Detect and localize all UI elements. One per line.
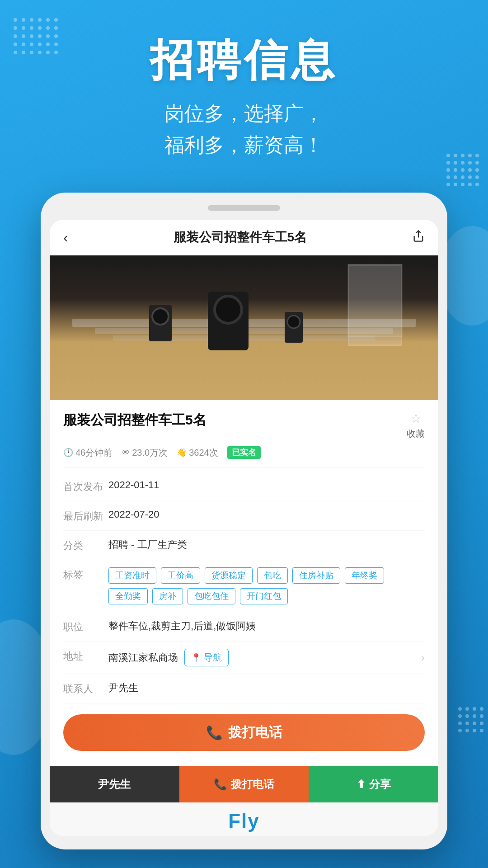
call-button-label: 拨打电话 (228, 723, 282, 742)
applies-meta: 👋 3624次 (177, 447, 218, 459)
first-publish-row: 首次发布 2022-01-11 (63, 472, 425, 501)
contact-label: 联系人 (63, 681, 108, 696)
position-value: 整件车位,裁剪主刀,后道,做饭阿姨 (108, 619, 425, 633)
bookmark-label: 收藏 (407, 428, 425, 440)
tag-item: 房补 (152, 588, 183, 604)
meta-row: 🕐 46分钟前 👁 23.0万次 👋 3624次 已实名 (63, 446, 425, 459)
chevron-right-icon: › (421, 651, 425, 664)
address-row-inner: 南溪江家私商场 📍 导航 › (108, 649, 425, 666)
tag-item: 包吃 (257, 567, 288, 584)
first-publish-label: 首次发布 (63, 479, 108, 494)
tag-item: 年终奖 (345, 567, 384, 584)
job-image (50, 255, 438, 400)
navbar-title: 服装公司招整件车工5名 (68, 229, 412, 246)
subtitle-line1: 岗位多，选择广， (164, 102, 324, 124)
category-label: 分类 (63, 538, 108, 552)
navigation-button[interactable]: 📍 导航 (184, 649, 229, 666)
first-publish-value: 2022-01-11 (108, 479, 425, 491)
tags-container: 工资准时工价高货源稳定包吃住房补贴年终奖全勤奖房补包吃包住开门红包 (108, 567, 425, 604)
nav-btn-label: 导航 (204, 651, 222, 664)
clock-icon: 🕐 (63, 448, 73, 458)
tag-item: 包吃包住 (188, 588, 235, 604)
user-tab-label: 尹先生 (98, 777, 131, 792)
tags-row: 标签 工资准时工价高货源稳定包吃住房补贴年终奖全勤奖房补包吃包住开门红包 (63, 560, 425, 612)
verified-badge: 已实名 (227, 446, 261, 459)
phone-mockup: ‹ 服装公司招整件车工5名 (41, 193, 447, 849)
applies-count: 3624次 (189, 447, 218, 459)
subtitle-line2: 福利多，薪资高！ (164, 134, 324, 156)
main-title: 招聘信息 (27, 36, 461, 84)
views-meta: 👁 23.0万次 (122, 447, 168, 459)
views-count: 23.0万次 (132, 447, 168, 459)
svg-point-12 (215, 296, 242, 323)
phone-wrapper: ‹ 服装公司招整件车工5名 (0, 193, 488, 849)
subtitle: 岗位多，选择广， 福利多，薪资高！ (27, 98, 461, 161)
tag-item: 全勤奖 (108, 588, 148, 604)
hand-icon: 👋 (177, 448, 187, 458)
bookmark-area[interactable]: ☆ 收藏 (407, 411, 425, 440)
bottom-bar: 尹先生 📞 拨打电话 ⬆ 分享 (50, 766, 438, 802)
app-screen: ‹ 服装公司招整件车工5名 (50, 220, 438, 836)
app-navbar: ‹ 服装公司招整件车工5名 (50, 220, 438, 255)
app-name: Fly (50, 810, 438, 832)
svg-point-6 (152, 308, 169, 325)
phone-notch (208, 205, 280, 211)
job-title: 服装公司招整件车工5名 (63, 411, 407, 429)
address-value: 南溪江家私商场 (108, 651, 178, 665)
map-pin-icon: 📍 (191, 653, 201, 663)
share-icon[interactable] (412, 230, 425, 245)
share-tab[interactable]: ⬆ 分享 (309, 766, 438, 802)
category-value: 招聘 - 工厂生产类 (108, 538, 425, 552)
tag-item: 工价高 (161, 567, 200, 584)
share-tab-icon: ⬆ (357, 778, 366, 791)
factory-scene (50, 255, 438, 400)
header-section: 招聘信息 岗位多，选择广， 福利多，薪资高！ (0, 0, 488, 184)
eye-icon: 👁 (122, 448, 130, 458)
back-button[interactable]: ‹ (63, 229, 68, 246)
position-label: 职位 (63, 619, 108, 634)
contact-value: 尹先生 (108, 681, 425, 695)
info-table: 首次发布 2022-01-11 最后刷新 2022-07-20 分类 招聘 - … (63, 472, 425, 703)
address-label: 地址 (63, 649, 108, 663)
time-ago: 46分钟前 (75, 447, 113, 459)
tag-item: 住房补贴 (292, 567, 340, 584)
last-refresh-label: 最后刷新 (63, 509, 108, 523)
tags-label: 标签 (63, 567, 108, 582)
svg-point-10 (287, 316, 300, 328)
last-refresh-value: 2022-07-20 (108, 509, 425, 520)
divider-1 (63, 467, 425, 467)
app-footer: Fly (50, 802, 438, 836)
contact-row: 联系人 尹先生 (63, 674, 425, 703)
tag-item: 开门红包 (240, 588, 288, 604)
tag-item: 货源稳定 (205, 567, 253, 584)
svg-rect-1 (50, 346, 438, 400)
time-meta: 🕐 46分钟前 (63, 447, 113, 459)
job-title-row: 服装公司招整件车工5名 ☆ 收藏 (63, 411, 425, 440)
call-tab-label: 拨打电话 (231, 777, 274, 792)
call-tab[interactable]: 📞 拨打电话 (179, 766, 309, 802)
category-row: 分类 招聘 - 工厂生产类 (63, 531, 425, 560)
call-tab-phone-icon: 📞 (214, 778, 227, 791)
bookmark-icon: ☆ (410, 411, 422, 426)
user-tab[interactable]: 尹先生 (50, 766, 179, 802)
address-row: 地址 南溪江家私商场 📍 导航 › (63, 642, 425, 674)
share-tab-label: 分享 (369, 777, 391, 792)
job-content: 服装公司招整件车工5名 ☆ 收藏 🕐 46分钟前 👁 23.0万次 (50, 400, 438, 766)
tag-item: 工资准时 (108, 567, 156, 584)
last-refresh-row: 最后刷新 2022-07-20 (63, 501, 425, 531)
call-button[interactable]: 📞 拨打电话 (63, 714, 425, 751)
phone-icon: 📞 (206, 725, 223, 741)
position-row: 职位 整件车位,裁剪主刀,后道,做饭阿姨 (63, 612, 425, 642)
svg-rect-13 (348, 264, 402, 337)
